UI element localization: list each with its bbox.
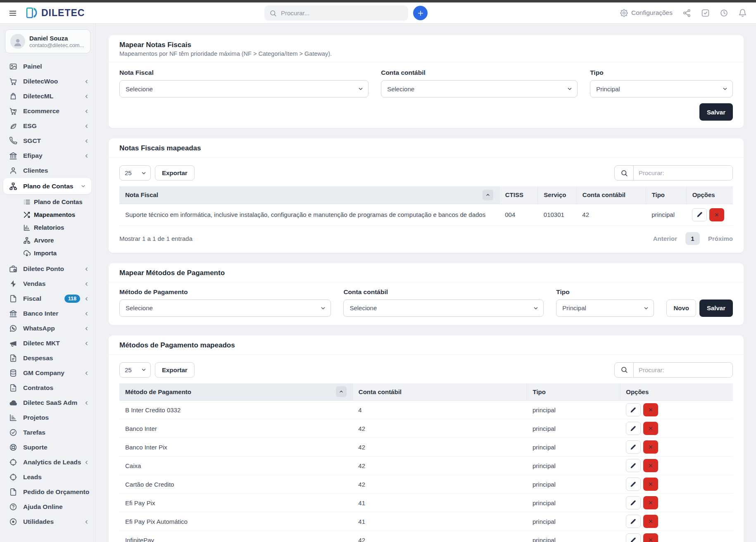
sidebar-submenu: Plano de ContasMapeamentosRelatoriosArvo…	[0, 194, 95, 261]
sidebar-subitem-arvore[interactable]: Arvore	[0, 234, 95, 247]
share-icon[interactable]	[682, 9, 691, 17]
sidebar-item-suporte[interactable]: Suporte	[0, 440, 95, 455]
sort-asc-button[interactable]	[336, 386, 347, 397]
next-page-button[interactable]: Próximo	[708, 235, 733, 242]
delete-button[interactable]	[643, 459, 658, 472]
settings-button[interactable]: Configurações	[620, 9, 673, 17]
delete-button[interactable]	[643, 440, 658, 454]
sidebar-item-vendas[interactable]: Vendas	[0, 276, 95, 291]
sidebar-item-ecommerce[interactable]: Ecommerce	[0, 104, 95, 119]
sidebar-item-painel[interactable]: Painel	[0, 59, 95, 74]
conta-contabil-select[interactable]: Selecione	[343, 300, 544, 317]
sidebar-item-projetos[interactable]: Projetos	[0, 410, 95, 425]
pencil-icon	[630, 500, 636, 506]
sidebar-item-utilidades[interactable]: Utilidades	[0, 514, 95, 529]
sidebar-item-tarefas[interactable]: Tarefas	[0, 425, 95, 440]
edit-button[interactable]	[626, 533, 641, 542]
sidebar-item-fiscal[interactable]: Fiscal118	[0, 291, 95, 306]
edit-button[interactable]	[626, 403, 641, 416]
delete-button[interactable]	[643, 515, 658, 528]
tasks-icon[interactable]	[701, 9, 710, 17]
delete-button[interactable]	[709, 208, 724, 221]
column-header-tipo: Tipo	[646, 186, 686, 204]
delete-button[interactable]	[643, 478, 658, 491]
sidebar-item-diletec-ponto[interactable]: Diletec Ponto	[0, 261, 95, 276]
sidebar-subitem-mapeamentos[interactable]: Mapeamentos	[0, 208, 95, 221]
search-icon	[620, 169, 628, 177]
sidebar-item-efipay[interactable]: Efipay	[0, 148, 95, 163]
sidebar-subitem-importa[interactable]: Importa	[0, 247, 95, 259]
conta-contabil-select[interactable]: Selecione	[381, 80, 578, 97]
export-button[interactable]: Exportar	[155, 165, 195, 181]
sidebar-subitem-label: Mapeamentos	[34, 211, 75, 218]
chart-gantt-icon	[9, 414, 17, 422]
tipo-select-wrap: Principal	[590, 80, 733, 97]
new-button[interactable]: Novo	[666, 300, 696, 317]
topbar: DILETEC Configurações	[0, 2, 756, 24]
edit-button[interactable]	[626, 478, 641, 491]
sidebar-item-diletec-mkt[interactable]: Diletec MKT	[0, 336, 95, 351]
sidebar-item-diletecwoo[interactable]: DiletecWoo	[0, 74, 95, 89]
sidebar-item-whatsapp[interactable]: WhatsApp	[0, 321, 95, 336]
sidebar-item-esg[interactable]: ESG	[0, 119, 95, 133]
sidebar-item-ajuda-online[interactable]: Ajuda Online	[0, 499, 95, 514]
notifications-icon[interactable]	[738, 9, 747, 17]
sidebar-item-label: Analytics de Leads	[23, 459, 83, 466]
sidebar-item-banco-inter[interactable]: Banco Inter	[0, 306, 95, 321]
sidebar-item-contratos[interactable]: Contratos	[0, 380, 95, 395]
tipo-select[interactable]: Principal	[556, 300, 654, 317]
edit-button[interactable]	[626, 422, 641, 435]
edit-button[interactable]	[692, 208, 707, 221]
table-search-input[interactable]	[634, 166, 732, 180]
sidebar-item-pedido-de-orc-amento[interactable]: Pedido de Orçamento	[0, 485, 95, 499]
sidebar-item-diletecml[interactable]: DiletecML	[0, 89, 95, 104]
sidebar-item-leads[interactable]: Leads	[0, 470, 95, 485]
tipo-select[interactable]: Principal	[590, 80, 733, 97]
sidebar-item-gm-company[interactable]: GM Company	[0, 366, 95, 380]
search-icon-button[interactable]	[615, 166, 634, 180]
sidebar-item-label: Ajuda Online	[23, 503, 90, 511]
page-number[interactable]: 1	[685, 232, 700, 245]
file-blank-icon	[9, 488, 17, 496]
save-button[interactable]: Salvar	[699, 300, 733, 317]
sidebar-subitem-relatorios[interactable]: Relatorios	[0, 221, 95, 234]
page-size-select[interactable]: 25	[119, 165, 151, 181]
sidebar-item-plano-de-contas[interactable]: Plano de Contas	[3, 178, 91, 194]
save-button[interactable]: Salvar	[699, 103, 733, 121]
delete-button[interactable]	[643, 403, 658, 416]
user-card[interactable]: Daniel Souza contato@diletec.com...	[5, 29, 90, 53]
sidebar-item-despesas[interactable]: Despesas	[0, 351, 95, 366]
sort-asc-button[interactable]	[483, 190, 493, 200]
brand-logo[interactable]: DILETEC	[26, 6, 85, 20]
page-size-select[interactable]: 25	[119, 362, 151, 378]
history-icon[interactable]	[720, 9, 728, 17]
edit-button[interactable]	[626, 515, 641, 528]
prev-page-button[interactable]: Anterior	[653, 235, 677, 242]
delete-button[interactable]	[643, 496, 658, 509]
nota-fiscal-select[interactable]: Selecione	[119, 80, 368, 97]
sidebar-item-diletec-saas-adm[interactable]: Diletec SaaS Adm	[0, 395, 95, 410]
cell-metodo: InfinitePay	[119, 531, 352, 542]
sidebar-subitem-plano-de-contas[interactable]: Plano de Contas	[0, 195, 95, 208]
menu-toggle-button[interactable]	[8, 8, 19, 18]
sidebar-item-sgct[interactable]: SGCT	[0, 133, 95, 148]
sidebar-item-clientes[interactable]: Clientes	[0, 163, 95, 178]
edit-button[interactable]	[626, 440, 641, 454]
cell-options	[620, 512, 733, 531]
global-search-input[interactable]	[281, 10, 403, 17]
edit-button[interactable]	[626, 496, 641, 509]
table-search-input[interactable]	[634, 363, 732, 377]
check-circle-icon	[9, 428, 17, 437]
delete-button[interactable]	[643, 533, 658, 542]
add-button[interactable]	[413, 6, 428, 20]
cell-tipo: principal	[527, 401, 620, 419]
search-icon-button[interactable]	[615, 363, 634, 377]
edit-button[interactable]	[626, 459, 641, 472]
export-button[interactable]: Exportar	[155, 362, 195, 378]
sidebar-item-analytics-de-leads[interactable]: Analytics de Leads	[0, 455, 95, 470]
sidebar-nav: PainelDiletecWooDiletecMLEcommerceESGSGC…	[0, 59, 95, 529]
sidebar-item-label: Diletec SaaS Adm	[23, 399, 83, 406]
metodo-pagamento-select[interactable]: Selecione	[119, 300, 331, 317]
tipo-label: Tipo	[590, 69, 733, 76]
delete-button[interactable]	[643, 422, 658, 435]
